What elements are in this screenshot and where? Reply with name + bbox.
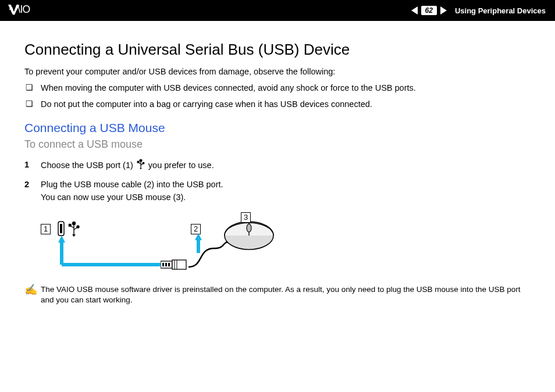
section-title: Using Peripheral Devices — [455, 6, 546, 15]
step-number: 1 — [24, 159, 29, 172]
svg-rect-15 — [168, 263, 170, 266]
usb-plug-icon — [161, 258, 188, 272]
page-title: Connecting a Universal Serial Bus (USB) … — [24, 41, 524, 59]
svg-rect-13 — [162, 263, 164, 266]
header-nav: 62 Using Peripheral Devices — [411, 6, 546, 15]
step-list: 1 Choose the USB port (1) you prefer to … — [24, 159, 524, 204]
callout-label: 1 — [41, 224, 51, 234]
prev-page-arrow-icon[interactable] — [411, 6, 418, 15]
connection-diagram: 1 2 — [41, 212, 308, 276]
svg-point-4 — [143, 162, 144, 164]
svg-marker-11 — [58, 236, 65, 243]
svg-rect-6 — [60, 224, 62, 233]
svg-rect-9 — [69, 224, 72, 226]
precaution-item: Do not put the computer into a bag or ca… — [24, 98, 524, 110]
note-icon: ✍ — [24, 284, 37, 295]
subheading: Connecting a USB Mouse — [24, 121, 524, 135]
vaio-logo: ∿⁄\IO — [8, 3, 64, 17]
step-item: 1 Choose the USB port (1) you prefer to … — [24, 159, 524, 173]
usb-icon — [137, 159, 145, 173]
step-text: Choose the USB port (1) — [41, 161, 136, 170]
precaution-item: When moving the computer with USB device… — [24, 82, 524, 94]
step-text: you prefer to use. — [148, 161, 214, 170]
callout-label: 3 — [241, 212, 251, 223]
step-item: 2 Plug the USB mouse cable (2) into the … — [24, 179, 524, 204]
step-text: Plug the USB mouse cable (2) into the US… — [41, 180, 223, 202]
svg-rect-14 — [165, 263, 167, 266]
note-text: The VAIO USB mouse software driver is pr… — [41, 284, 524, 305]
page-number-badge: 62 — [421, 6, 437, 15]
svg-text:∿⁄\IO: ∿⁄\IO — [8, 3, 30, 15]
header-bar: ∿⁄\IO 62 Using Peripheral Devices — [0, 0, 555, 21]
svg-point-1 — [140, 159, 142, 162]
mouse-icon — [220, 219, 276, 252]
svg-marker-20 — [195, 233, 202, 240]
svg-point-10 — [77, 226, 79, 228]
precaution-list: When moving the computer with USB device… — [24, 82, 524, 111]
intro-text: To prevent your computer and/or USB devi… — [24, 67, 524, 76]
step-number: 2 — [24, 179, 29, 191]
note-block: ✍ The VAIO USB mouse software driver is … — [24, 284, 524, 305]
svg-rect-3 — [137, 161, 139, 163]
svg-point-7 — [73, 222, 76, 224]
svg-point-23 — [247, 224, 251, 232]
page-body: Connecting a Universal Serial Bus (USB) … — [0, 21, 555, 305]
next-page-arrow-icon[interactable] — [440, 6, 447, 15]
procedure-title: To connect a USB mouse — [24, 138, 524, 151]
